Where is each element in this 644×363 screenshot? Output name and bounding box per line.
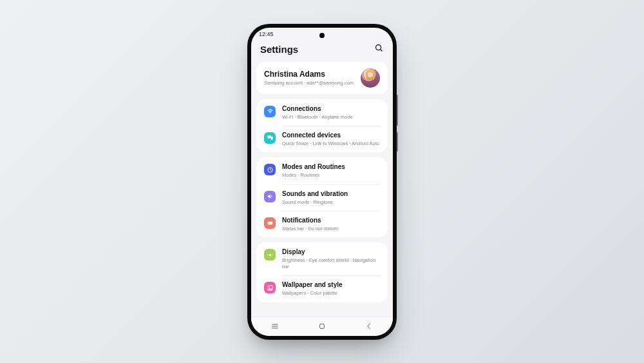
settings-item-wallpaper-and-style[interactable]: Wallpaper and styleWallpapers · Color pa…	[256, 275, 388, 302]
nav-back[interactable]	[356, 320, 382, 333]
header: Settings	[251, 41, 393, 62]
item-desc: Quick Share · Link to Windows · Android …	[282, 141, 379, 146]
settings-item-display[interactable]: DisplayBrightness · Eye comfort shield ·…	[256, 242, 388, 275]
display-icon	[264, 249, 276, 260]
nav-home[interactable]	[309, 320, 335, 333]
svg-point-6	[269, 222, 269, 223]
sound-icon	[264, 191, 276, 202]
settings-item-notifications[interactable]: NotificationsStatus bar · Do not disturb	[256, 211, 388, 237]
nav-recents[interactable]	[262, 320, 288, 333]
item-desc: Status bar · Do not disturb	[282, 226, 338, 231]
svg-rect-2	[267, 136, 271, 139]
svg-line-1	[381, 49, 383, 51]
svg-point-7	[269, 254, 271, 257]
svg-line-15	[271, 253, 272, 253]
svg-rect-3	[270, 137, 272, 140]
account-name: Christina Adams	[264, 70, 354, 79]
item-desc: Wallpapers · Color palette	[282, 290, 343, 296]
item-title: Wallpaper and style	[282, 281, 343, 289]
item-title: Notifications	[282, 217, 338, 224]
svg-rect-5	[267, 221, 272, 224]
item-desc: Wi-Fi · Bluetooth · Airplane mode	[282, 114, 353, 120]
settings-item-modes-and-routines[interactable]: Modes and RoutinesModes · Routines	[256, 157, 388, 184]
svg-line-12	[268, 253, 269, 253]
settings-item-sounds-and-vibration[interactable]: Sounds and vibrationSound mode · Rington…	[256, 184, 388, 211]
navigation-bar	[251, 317, 393, 336]
volume-button	[397, 95, 398, 126]
clock: 12:45	[259, 31, 274, 37]
notify-icon	[264, 217, 276, 229]
account-card[interactable]: Christina Adams Samsung account · ada**@…	[256, 62, 388, 94]
svg-rect-21	[319, 324, 324, 329]
settings-group: ConnectionsWi-Fi · Bluetooth · Airplane …	[256, 99, 388, 153]
settings-group: DisplayBrightness · Eye comfort shield ·…	[256, 242, 388, 302]
settings-list[interactable]: Christina Adams Samsung account · ada**@…	[251, 62, 393, 317]
svg-point-0	[376, 44, 381, 50]
front-camera	[319, 33, 325, 38]
account-subtitle: Samsung account · ada**@samsung.com	[264, 80, 354, 86]
item-title: Connections	[282, 105, 353, 113]
devices-icon	[264, 132, 276, 144]
page-title: Settings	[260, 44, 298, 55]
item-desc: Brightness · Eye comfort shield · Naviga…	[282, 257, 380, 270]
wallpaper-icon	[264, 282, 276, 293]
search-icon[interactable]	[374, 43, 384, 55]
item-desc: Modes · Routines	[282, 172, 345, 178]
settings-group: Modes and RoutinesModes · RoutinesSounds…	[256, 157, 388, 237]
wifi-icon	[264, 106, 276, 117]
item-title: Connected devices	[282, 132, 379, 139]
avatar	[361, 68, 380, 88]
svg-line-14	[268, 257, 269, 257]
item-desc: Sound mode · Ringtone	[282, 199, 348, 205]
phone-frame: 12:45 Settings Christina Adams Samsung a…	[247, 24, 397, 340]
item-title: Display	[282, 248, 380, 256]
svg-line-13	[271, 257, 272, 257]
item-title: Modes and Routines	[282, 163, 345, 171]
settings-item-connections[interactable]: ConnectionsWi-Fi · Bluetooth · Airplane …	[256, 99, 388, 126]
svg-point-17	[269, 286, 269, 287]
routines-icon	[264, 164, 276, 175]
screen: 12:45 Settings Christina Adams Samsung a…	[251, 28, 393, 336]
settings-item-connected-devices[interactable]: Connected devicesQuick Share · Link to W…	[256, 126, 388, 152]
power-button	[397, 132, 398, 152]
item-title: Sounds and vibration	[282, 190, 348, 198]
